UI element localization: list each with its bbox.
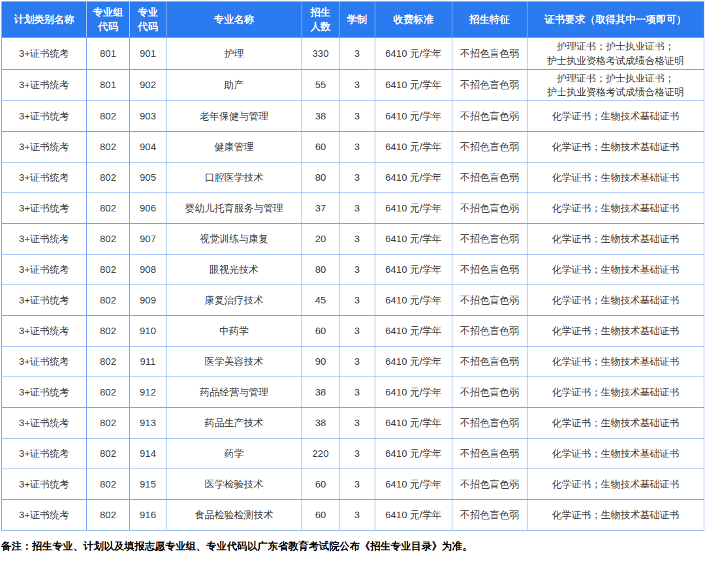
cell-major-code: 901 [130, 38, 166, 70]
cell-enrollment-count: 60 [302, 500, 339, 531]
col-header-duration: 学制 [339, 2, 375, 38]
table-row: 3+证书统考 802 906 婴幼儿托育服务与管理 37 3 6410 元/学年… [2, 193, 704, 224]
cell-major-code: 902 [130, 69, 166, 101]
cell-plan-category: 3+证书统考 [2, 224, 87, 255]
cell-major-name: 医学检验技术 [166, 469, 302, 500]
cell-duration: 3 [339, 469, 375, 500]
cell-major-name: 护理 [166, 38, 302, 70]
cell-enrollment-count: 38 [302, 377, 339, 408]
cell-duration: 3 [339, 347, 375, 377]
table-row: 3+证书统考 802 909 康复治疗技术 45 3 6410 元/学年 不招色… [2, 285, 704, 316]
cell-duration: 3 [339, 38, 375, 70]
cell-major-code: 906 [130, 193, 166, 224]
cell-certificate-requirements: 化学证书；生物技术基础证书 [527, 500, 704, 531]
table-row: 3+证书统考 802 913 药品生产技术 38 3 6410 元/学年 不招色… [2, 408, 704, 439]
cell-duration: 3 [339, 224, 375, 255]
cell-certificate-requirements: 化学证书；生物技术基础证书 [527, 101, 704, 132]
cell-enrollment-features: 不招色盲色弱 [452, 38, 527, 70]
cell-fee-standard: 6410 元/学年 [375, 162, 452, 193]
cell-plan-category: 3+证书统考 [2, 255, 87, 285]
cell-major-code: 905 [130, 162, 166, 193]
cell-fee-standard: 6410 元/学年 [375, 255, 452, 285]
col-header-major-name: 专业名称 [166, 2, 302, 38]
table-body: 3+证书统考 801 901 护理 330 3 6410 元/学年 不招色盲色弱… [2, 38, 704, 531]
table-header: 计划类别名称 专业组 代码 专业 代码 专业名称 招生 人数 学制 收费标准 招… [2, 2, 704, 38]
table-row: 3+证书统考 802 916 食品检验检测技术 60 3 6410 元/学年 不… [2, 500, 704, 531]
cell-duration: 3 [339, 162, 375, 193]
cell-certificate-requirements: 化学证书；生物技术基础证书 [527, 347, 704, 377]
col-header-fee-standard: 收费标准 [375, 2, 452, 38]
admission-plan-table: 计划类别名称 专业组 代码 专业 代码 专业名称 招生 人数 学制 收费标准 招… [1, 1, 704, 531]
cell-enrollment-features: 不招色盲色弱 [452, 285, 527, 316]
cell-major-code: 904 [130, 132, 166, 162]
cell-major-name: 眼视光技术 [166, 255, 302, 285]
cell-duration: 3 [339, 255, 375, 285]
cell-certificate-requirements: 护理证书；护士执业证书； 护士执业资格考试成绩合格证明 [527, 69, 704, 101]
cell-major-group-code: 802 [87, 162, 130, 193]
cell-enrollment-features: 不招色盲色弱 [452, 316, 527, 347]
cell-major-code: 913 [130, 408, 166, 439]
cell-major-code: 912 [130, 377, 166, 408]
cell-enrollment-count: 330 [302, 38, 339, 70]
cell-fee-standard: 6410 元/学年 [375, 69, 452, 101]
cell-plan-category: 3+证书统考 [2, 193, 87, 224]
table-row: 3+证书统考 802 904 健康管理 60 3 6410 元/学年 不招色盲色… [2, 132, 704, 162]
cell-certificate-requirements: 化学证书；生物技术基础证书 [527, 469, 704, 500]
cell-major-name: 食品检验检测技术 [166, 500, 302, 531]
col-header-major-code: 专业 代码 [130, 2, 166, 38]
table-row: 3+证书统考 801 902 助产 55 3 6410 元/学年 不招色盲色弱 … [2, 69, 704, 101]
cell-duration: 3 [339, 193, 375, 224]
cell-duration: 3 [339, 377, 375, 408]
cell-fee-standard: 6410 元/学年 [375, 347, 452, 377]
cell-major-name: 助产 [166, 69, 302, 101]
cell-certificate-requirements: 化学证书；生物技术基础证书 [527, 132, 704, 162]
cell-fee-standard: 6410 元/学年 [375, 101, 452, 132]
cell-fee-standard: 6410 元/学年 [375, 469, 452, 500]
cell-major-group-code: 801 [87, 38, 130, 70]
cell-major-name: 视觉训练与康复 [166, 224, 302, 255]
cell-major-code: 914 [130, 439, 166, 469]
cell-plan-category: 3+证书统考 [2, 469, 87, 500]
cell-major-code: 916 [130, 500, 166, 531]
cell-fee-standard: 6410 元/学年 [375, 439, 452, 469]
cell-major-group-code: 801 [87, 69, 130, 101]
cell-major-name: 康复治疗技术 [166, 285, 302, 316]
col-header-certificate-requirements: 证书要求（取得其中一项即可） [527, 2, 704, 38]
cell-fee-standard: 6410 元/学年 [375, 377, 452, 408]
cell-duration: 3 [339, 132, 375, 162]
cell-plan-category: 3+证书统考 [2, 285, 87, 316]
cell-enrollment-count: 38 [302, 408, 339, 439]
cell-certificate-requirements: 化学证书；生物技术基础证书 [527, 439, 704, 469]
cell-enrollment-count: 220 [302, 439, 339, 469]
cell-duration: 3 [339, 439, 375, 469]
cell-major-code: 907 [130, 224, 166, 255]
cell-major-group-code: 802 [87, 101, 130, 132]
table-row: 3+证书统考 802 910 中药学 60 3 6410 元/学年 不招色盲色弱… [2, 316, 704, 347]
cell-duration: 3 [339, 408, 375, 439]
cell-major-name: 老年保健与管理 [166, 101, 302, 132]
cell-enrollment-count: 60 [302, 469, 339, 500]
remark-note: 备注：招生专业、计划以及填报志愿专业组、专业代码以广东省教育考试院公布《招生专业… [1, 540, 704, 553]
cell-enrollment-count: 20 [302, 224, 339, 255]
cell-major-name: 口腔医学技术 [166, 162, 302, 193]
table-row: 3+证书统考 801 901 护理 330 3 6410 元/学年 不招色盲色弱… [2, 38, 704, 70]
cell-fee-standard: 6410 元/学年 [375, 408, 452, 439]
cell-fee-standard: 6410 元/学年 [375, 193, 452, 224]
cell-major-group-code: 802 [87, 439, 130, 469]
cell-enrollment-count: 80 [302, 255, 339, 285]
cell-enrollment-features: 不招色盲色弱 [452, 132, 527, 162]
col-header-enrollment-features: 招生特征 [452, 2, 527, 38]
cell-major-group-code: 802 [87, 408, 130, 439]
cell-major-code: 910 [130, 316, 166, 347]
cell-fee-standard: 6410 元/学年 [375, 500, 452, 531]
cell-major-name: 中药学 [166, 316, 302, 347]
cell-duration: 3 [339, 69, 375, 101]
cell-enrollment-features: 不招色盲色弱 [452, 162, 527, 193]
cell-certificate-requirements: 化学证书；生物技术基础证书 [527, 285, 704, 316]
cell-certificate-requirements: 化学证书；生物技术基础证书 [527, 162, 704, 193]
cell-enrollment-features: 不招色盲色弱 [452, 500, 527, 531]
cell-enrollment-count: 38 [302, 101, 339, 132]
table-row: 3+证书统考 802 912 药品经营与管理 38 3 6410 元/学年 不招… [2, 377, 704, 408]
cell-duration: 3 [339, 101, 375, 132]
cell-enrollment-features: 不招色盲色弱 [452, 439, 527, 469]
